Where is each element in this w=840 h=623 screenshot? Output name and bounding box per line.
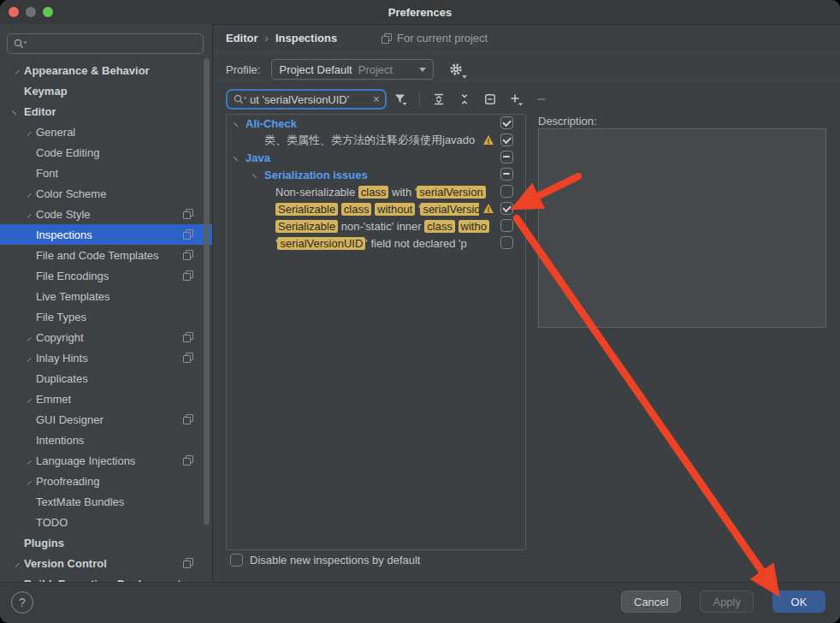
chevron-placeholder (21, 515, 36, 529)
sidebar-item-code-editing[interactable]: Code Editing (0, 142, 212, 163)
sidebar-item-label: Version Control (24, 557, 107, 570)
chevron-placeholder (260, 220, 275, 232)
sidebar-item-version-control[interactable]: Version Control (0, 553, 212, 573)
chevron-down-icon[interactable] (9, 104, 24, 118)
minimize-window-icon[interactable] (26, 7, 36, 17)
close-window-icon[interactable] (9, 7, 19, 17)
sidebar-item-plugins[interactable]: Plugins (0, 532, 212, 553)
chevron-right-icon[interactable] (21, 392, 36, 406)
inspection-checkbox-unchecked[interactable] (500, 236, 513, 249)
sidebar-item-keymap[interactable]: Keymap (0, 80, 212, 101)
sidebar-item-label: General (36, 126, 75, 139)
project-scope-icon (382, 33, 392, 44)
reset-filter-icon[interactable] (482, 91, 499, 108)
chevron-right-icon[interactable] (9, 556, 24, 570)
inspection-checkbox-checked[interactable] (500, 116, 513, 129)
collapse-all-icon[interactable] (456, 91, 473, 108)
inspection-row[interactable]: Serializable non-'static' inner class wi… (227, 217, 525, 234)
sidebar-search-input[interactable] (27, 37, 198, 50)
zoom-window-icon[interactable] (43, 7, 53, 17)
inspection-checkbox-mixed[interactable] (500, 168, 513, 181)
apply-button[interactable]: Apply (700, 590, 754, 613)
sidebar-search-box[interactable] (7, 33, 204, 54)
sidebar-item-appearance-behavior[interactable]: Appearance & Behavior (0, 60, 212, 80)
inspection-row[interactable]: Non-serializable class with 'serialVersi… (227, 183, 525, 200)
chevron-placeholder (21, 495, 36, 508)
sidebar-item-general[interactable]: General (0, 122, 212, 142)
disable-new-inspections-checkbox[interactable] (230, 554, 243, 567)
inspection-search-field[interactable]: × (226, 89, 387, 110)
inspection-checkbox-unchecked[interactable] (500, 219, 513, 232)
sidebar-item-proofreading[interactable]: Proofreading (0, 471, 212, 491)
sidebar-item-color-scheme[interactable]: Color Scheme (0, 183, 212, 204)
search-match-highlight: serialVersionUID (277, 237, 365, 250)
chevron-right-icon[interactable] (21, 454, 36, 467)
sidebar-item-textmate-bundles[interactable]: TextMate Bundles (0, 491, 212, 512)
breadcrumb-section[interactable]: Editor (226, 32, 258, 44)
chevron-right-icon[interactable] (21, 351, 36, 365)
sidebar-item-font[interactable]: Font (0, 163, 212, 183)
chevron-right-icon[interactable] (21, 207, 36, 221)
profile-settings-button[interactable] (448, 62, 464, 77)
inspection-row[interactable]: 'serialVersionUID' field not declared 'p (227, 234, 525, 252)
disable-new-inspections-label: Disable new inspections by default (250, 554, 420, 567)
clear-search-icon[interactable]: × (373, 93, 380, 105)
profile-dropdown[interactable]: Project Default Project (271, 59, 434, 80)
sidebar-item-inspections[interactable]: Inspections (0, 224, 212, 245)
chevron-down-icon[interactable] (249, 169, 264, 181)
chevron-placeholder (260, 186, 275, 198)
inspection-checkbox-checked[interactable] (500, 134, 513, 146)
search-match-highlight: Serializable (275, 220, 338, 233)
chevron-right-icon[interactable] (21, 474, 36, 488)
sidebar-item-copyright[interactable]: Copyright (0, 327, 212, 347)
filter-icon[interactable] (392, 91, 409, 108)
chevron-right-icon[interactable] (21, 125, 36, 139)
breadcrumb-page: Inspections (275, 32, 337, 44)
profile-value: Project Default (279, 63, 352, 76)
dialog-footer: ? Cancel Apply OK (0, 582, 840, 623)
cancel-button[interactable]: Cancel (621, 590, 681, 613)
inspection-checkbox-unchecked[interactable] (500, 185, 513, 198)
chevron-right-icon[interactable] (9, 63, 24, 77)
inspection-group-row[interactable]: Ali-Check (227, 115, 525, 132)
sidebar-item-file-and-code-templates[interactable]: File and Code Templates (0, 245, 212, 265)
ok-button[interactable]: OK (772, 590, 825, 613)
sidebar-item-todo[interactable]: TODO (0, 512, 212, 532)
sidebar-item-live-templates[interactable]: Live Templates (0, 286, 212, 306)
chevron-down-icon[interactable] (230, 151, 245, 163)
sidebar-item-file-encodings[interactable]: File Encodings (0, 265, 212, 286)
inspection-row[interactable]: Serializable class without 'serialVersio (227, 200, 525, 217)
sidebar-item-duplicates[interactable]: Duplicates (0, 368, 212, 389)
inspection-text: non-'static' inner (338, 220, 424, 233)
chevron-right-icon[interactable] (21, 187, 36, 200)
inspection-search-input[interactable] (250, 93, 371, 106)
search-match-highlight: witho (458, 220, 489, 233)
description-panel (538, 128, 826, 328)
sidebar-item-gui-designer[interactable]: GUI Designer (0, 409, 212, 430)
sidebar-item-editor[interactable]: Editor (0, 101, 212, 122)
sidebar-item-intentions[interactable]: Intentions (0, 430, 212, 450)
sidebar-item-language-injections[interactable]: Language Injections (0, 450, 212, 471)
chevron-down-icon[interactable] (230, 117, 245, 129)
sidebar-item-file-types[interactable]: File Types (0, 306, 212, 327)
remove-inspection-icon[interactable] (533, 91, 550, 108)
toolbar-divider (213, 80, 840, 81)
add-inspection-icon[interactable] (507, 91, 524, 108)
help-button[interactable]: ? (11, 591, 33, 614)
inspection-group-row[interactable]: Java (227, 149, 525, 166)
expand-all-icon[interactable] (430, 91, 447, 108)
chevron-placeholder (9, 84, 24, 98)
sidebar-item-code-style[interactable]: Code Style (0, 204, 212, 224)
chevron-right-icon[interactable] (21, 330, 36, 344)
sidebar-item-label: Font (36, 167, 58, 180)
sidebar-item-emmet[interactable]: Emmet (0, 389, 212, 409)
chevron-placeholder (21, 248, 36, 262)
inspection-group-row[interactable]: Serialization issues (227, 166, 525, 183)
inspection-checkbox-mixed[interactable] (500, 151, 513, 163)
sidebar-scrollbar[interactable] (204, 58, 210, 525)
inspection-row[interactable]: 类、类属性、类方法的注释必须使用javado (227, 132, 525, 149)
sidebar-item-build-execution-deployment[interactable]: Build, Execution, Deployment (0, 573, 212, 582)
disable-new-inspections-row[interactable]: Disable new inspections by default (230, 554, 420, 567)
sidebar-item-inlay-hints[interactable]: Inlay Hints (0, 347, 212, 368)
inspection-checkbox-checked[interactable] (500, 202, 513, 215)
